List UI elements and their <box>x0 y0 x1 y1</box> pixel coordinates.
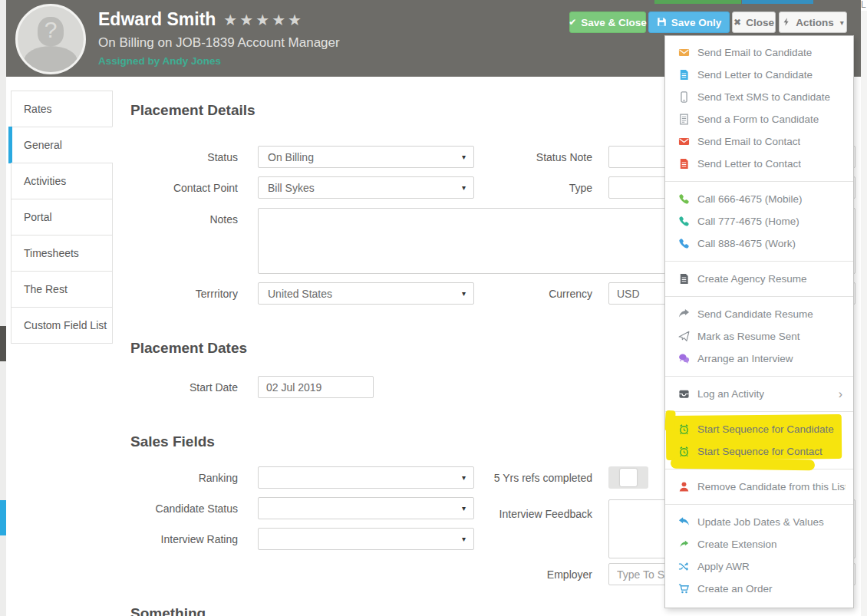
avatar-silhouette-shoulders <box>24 46 77 74</box>
menu-item-label: Send Text SMS to Candidate <box>697 91 830 103</box>
employer-label: Employer <box>462 568 592 581</box>
menu-item-label: Start Sequence for Contact <box>697 446 822 457</box>
menu-divider <box>665 181 853 182</box>
save-and-close-label: Save & Close <box>581 17 647 28</box>
resume-sent-icon <box>678 331 691 342</box>
remove-person-icon <box>678 481 691 492</box>
ranking-select[interactable]: ▾ <box>258 466 474 489</box>
menu-item-start-sequence-for-candidate[interactable]: Start Sequence for Candidate <box>665 418 853 440</box>
avatar-question-glyph: ? <box>18 17 84 43</box>
top-button-remnant-blue <box>742 0 813 4</box>
menu-item-label: Send Letter to Candidate <box>697 69 813 81</box>
menu-item-label: Start Sequence for Candidate <box>697 423 834 435</box>
menu-item-create-an-order[interactable]: Create an Order <box>665 578 853 600</box>
sidebar-tab-general[interactable]: General <box>11 127 113 163</box>
email-icon <box>678 47 691 58</box>
star-rating: ★★★★★ <box>223 12 304 28</box>
sidebar-tab-label: Rates <box>24 103 52 115</box>
edge-text-fragment: L <box>861 0 867 11</box>
section-heading-partial: Something <box>130 605 206 616</box>
menu-item-mark-as-resume-sent[interactable]: Mark as Resume Sent <box>665 325 853 348</box>
sidebar-tabs: RatesGeneralActivitiesPortalTimesheetsTh… <box>11 91 113 344</box>
sidebar-tab-activities[interactable]: Activities <box>11 163 113 199</box>
menu-item-arrange-an-interview[interactable]: Arrange an Interview <box>665 348 853 370</box>
phone-icon <box>678 193 691 205</box>
menu-item-call-777-4675-home[interactable]: Call 777-4675 (Home) <box>665 210 853 232</box>
menu-item-send-email-to-contact[interactable]: Send Email to Contact <box>665 130 853 153</box>
menu-item-send-letter-to-candidate[interactable]: Send Letter to Candidate <box>665 64 853 86</box>
save-only-label: Save Only <box>671 17 721 28</box>
menu-item-label: Send Candidate Resume <box>697 308 813 320</box>
menu-item-call-666-4675-mobile[interactable]: Call 666-4675 (Mobile) <box>665 188 853 210</box>
section-heading-placement-dates: Placement Dates <box>130 340 247 357</box>
actions-button[interactable]: Actions ▾ <box>779 12 847 33</box>
menu-item-label: Send Email to Contact <box>697 136 800 147</box>
left-edge-blue-block <box>0 500 6 535</box>
menu-item-log-an-activity[interactable]: Log an Activity› <box>665 383 853 405</box>
letter-icon <box>678 69 691 81</box>
candidate-name: Edward Smith★★★★★ <box>98 9 304 30</box>
menu-item-send-a-form-to-candidate[interactable]: Send a Form to Candidate <box>665 108 853 130</box>
menu-item-label: Apply AWR <box>697 561 750 572</box>
contact-point-select-value: Bill Sykes <box>268 182 457 194</box>
menu-item-label: Call 777-4675 (Home) <box>697 216 799 227</box>
status-note-label: Status Note <box>462 151 592 163</box>
currency-label: Currency <box>462 288 592 300</box>
sequence-clock-icon <box>678 446 691 457</box>
agency-resume-icon <box>678 273 691 285</box>
awr-shuffle-icon <box>678 561 691 572</box>
candidate-status-label: Candidate Status <box>115 502 238 515</box>
menu-item-label: Send Letter to Contact <box>697 158 801 170</box>
menu-item-send-email-to-candidate[interactable]: Send Email to Candidate <box>665 41 853 64</box>
menu-item-send-candidate-resume[interactable]: Send Candidate Resume <box>665 303 853 325</box>
candidate-status-select[interactable]: ▾ <box>258 497 474 519</box>
menu-item-remove-candidate-from-this-list[interactable]: Remove Candidate from this List <box>665 476 853 498</box>
status-select[interactable]: On Billing ▾ <box>258 146 474 168</box>
sidebar-tab-label: Activities <box>24 175 66 187</box>
interview-rating-select[interactable]: ▾ <box>258 528 474 550</box>
page-right-edge <box>861 0 867 616</box>
territory-label: Terrritory <box>115 288 238 300</box>
candidate-name-text: Edward Smith <box>98 9 216 29</box>
save-only-button[interactable]: Save Only <box>648 12 730 33</box>
menu-item-call-888-4675-work[interactable]: Call 888-4675 (Work) <box>665 232 853 255</box>
menu-divider <box>665 261 853 262</box>
status-select-value: On Billing <box>268 151 457 163</box>
sidebar-tab-portal[interactable]: Portal <box>11 199 113 236</box>
assigned-by-link[interactable]: Assigned by Andy Jones <box>98 55 221 67</box>
check-icon: ✔ <box>569 18 576 27</box>
menu-item-label: Arrange an Interview <box>697 353 793 364</box>
interview-chat-icon <box>678 353 691 364</box>
menu-divider <box>665 296 853 297</box>
close-button[interactable]: ✖ Close <box>732 12 776 33</box>
sidebar-tab-timesheets[interactable]: Timesheets <box>11 235 113 272</box>
sms-phone-icon <box>678 91 691 103</box>
sidebar-tab-label: Portal <box>24 211 52 223</box>
close-x-icon: ✖ <box>733 18 741 27</box>
menu-item-label: Update Job Dates & Values <box>697 516 824 528</box>
save-and-close-button[interactable]: ✔ Save & Close <box>569 12 646 33</box>
menu-item-create-extension[interactable]: Create Extension <box>665 533 853 555</box>
menu-item-create-agency-resume[interactable]: Create Agency Resume <box>665 268 853 290</box>
sidebar-tab-the-rest[interactable]: The Rest <box>11 271 113 308</box>
toggle-knob <box>620 469 637 486</box>
sidebar-tab-custom-field-list[interactable]: Custom Field List <box>11 307 113 344</box>
caret-down-icon: ▾ <box>462 535 466 543</box>
menu-item-send-text-sms-to-candidate[interactable]: Send Text SMS to Candidate <box>665 86 853 108</box>
sidebar-tab-rates[interactable]: Rates <box>11 91 113 127</box>
phone-icon <box>678 238 691 249</box>
five-yrs-refs-label: 5 Yrs refs completed <box>462 472 592 484</box>
menu-item-apply-awr[interactable]: Apply AWR <box>665 555 853 578</box>
order-cart-icon <box>678 583 691 595</box>
five-yrs-refs-toggle[interactable] <box>608 466 648 489</box>
placement-subtitle: On Billing on JOB-1839 Account Manager <box>98 35 340 51</box>
top-button-remnant-green <box>654 0 741 4</box>
menu-item-start-sequence-for-contact[interactable]: Start Sequence for Contact <box>665 440 853 463</box>
contact-point-select[interactable]: Bill Sykes ▾ <box>258 176 474 199</box>
actions-label: Actions <box>796 17 834 28</box>
menu-item-update-job-dates-values[interactable]: Update Job Dates & Values <box>665 511 853 533</box>
send-resume-icon <box>678 308 691 320</box>
start-date-input[interactable] <box>258 376 374 398</box>
territory-select[interactable]: United States ▾ <box>258 282 474 305</box>
menu-item-send-letter-to-contact[interactable]: Send Letter to Contact <box>665 153 853 175</box>
